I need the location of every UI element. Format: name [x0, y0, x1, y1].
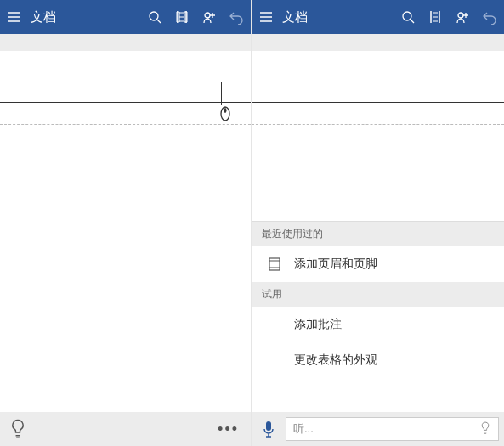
- menu-icon[interactable]: [258, 9, 274, 25]
- microphone-icon[interactable]: [257, 417, 280, 441]
- page-margin-line: [0, 124, 251, 125]
- lightbulb-icon: [479, 421, 491, 438]
- page-edge-line: [252, 102, 504, 103]
- suggestion-item-header-footer[interactable]: 添加页眉和页脚: [252, 246, 504, 282]
- svg-point-1: [205, 13, 210, 18]
- section-header-recent: 最近使用过的: [252, 222, 504, 246]
- doc-title: 文档: [282, 9, 308, 25]
- document-canvas[interactable]: 最近使用过的 添加页眉和页脚 试用 添加批注 更改表格的外观: [252, 51, 504, 412]
- pane-left: 文档: [0, 0, 252, 446]
- svg-rect-6: [269, 258, 280, 270]
- pane-right: 文档 最近使用过的: [252, 0, 504, 446]
- document-canvas[interactable]: [0, 51, 251, 412]
- undo-icon: [229, 9, 244, 25]
- more-icon[interactable]: •••: [218, 421, 242, 438]
- svg-point-5: [458, 13, 463, 18]
- suggestion-label: 添加页眉和页脚: [294, 257, 377, 272]
- page-edge-line: [0, 102, 251, 103]
- share-icon[interactable]: [455, 9, 470, 25]
- ribbon-strip: [252, 34, 504, 51]
- tell-me-placeholder: 听...: [293, 421, 479, 437]
- bottom-bar: 听...: [252, 412, 504, 446]
- titlebar: 文档: [252, 0, 504, 34]
- lightbulb-icon[interactable]: [8, 420, 27, 438]
- suggestion-label: 更改表格的外观: [294, 353, 377, 368]
- suggestion-item-add-comment[interactable]: 添加批注: [252, 307, 504, 342]
- page-margin-line: [252, 124, 504, 125]
- doc-title: 文档: [31, 9, 56, 25]
- svg-point-4: [403, 12, 411, 20]
- mouse-pointer-icon: [219, 105, 231, 126]
- ribbon-strip: [0, 34, 251, 51]
- titlebar: 文档: [0, 0, 251, 34]
- read-mode-icon[interactable]: [428, 9, 443, 25]
- section-header-try: 试用: [252, 282, 504, 307]
- suggestion-label: 添加批注: [294, 317, 342, 332]
- undo-icon: [482, 9, 497, 25]
- svg-rect-7: [266, 421, 271, 431]
- menu-icon[interactable]: [7, 9, 22, 25]
- share-icon[interactable]: [201, 9, 217, 25]
- bottom-bar: •••: [0, 412, 251, 446]
- search-icon[interactable]: [147, 9, 162, 25]
- search-icon[interactable]: [400, 9, 416, 25]
- svg-rect-3: [224, 109, 227, 112]
- tell-me-input[interactable]: 听...: [286, 417, 499, 441]
- read-mode-icon[interactable]: [174, 9, 190, 25]
- suggestion-item-change-table-look[interactable]: 更改表格的外观: [252, 342, 504, 378]
- page-icon: [267, 257, 282, 272]
- svg-point-0: [150, 12, 158, 20]
- tell-me-panel: 最近使用过的 添加页眉和页脚 试用 添加批注 更改表格的外观: [252, 221, 504, 378]
